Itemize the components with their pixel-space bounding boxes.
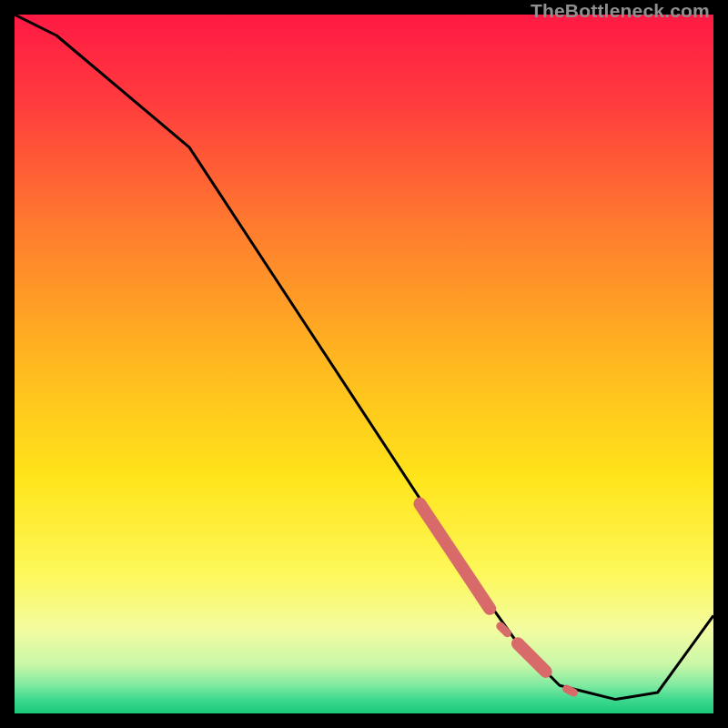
watermark-text: TheBottleneck.com xyxy=(531,0,710,22)
bottleneck-chart xyxy=(15,15,713,713)
highlight-segment xyxy=(500,626,508,633)
chart-frame xyxy=(15,15,713,713)
gradient-bg xyxy=(15,15,713,713)
highlight-segment xyxy=(567,689,574,693)
